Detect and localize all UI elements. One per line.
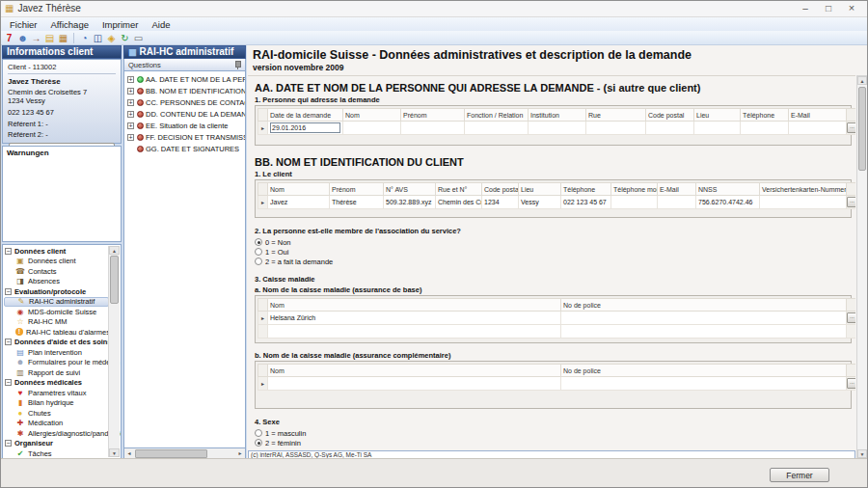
radio-option-2-a-fait-la-demande[interactable]: 2 = a fait la demande (255, 257, 855, 266)
column-header-date-de-la-demande[interactable]: Date de la demande (268, 109, 343, 122)
column-header-no-de-police[interactable]: No de police (561, 299, 847, 312)
nav-group-evaluation-protocole[interactable]: Evaluation/protocole (4, 286, 109, 297)
cell[interactable] (586, 122, 646, 135)
questions-filter-bar[interactable]: Questions (123, 59, 246, 71)
column-header-lieu[interactable]: Lieu (694, 109, 741, 122)
cell[interactable] (561, 312, 847, 325)
detail-button[interactable] (847, 197, 855, 207)
menu-imprimer[interactable]: Imprimer (95, 19, 145, 30)
scroll-down-icon[interactable] (109, 448, 120, 457)
cell[interactable]: 756.6270.4742.46 (696, 196, 760, 209)
expand-icon[interactable] (127, 111, 134, 118)
column-header-pr-nom[interactable]: Prénom (401, 109, 465, 122)
user-icon[interactable]: ☻ (16, 32, 29, 44)
sidebar-item-absences[interactable]: ◨Absences (4, 277, 109, 287)
sidebar-item-t-ches[interactable]: ✔Tâches (4, 448, 109, 459)
fermer-button[interactable]: Fermer (770, 468, 829, 482)
column-header-no-de-police[interactable]: No de police (561, 365, 847, 377)
question-tree-item-dd[interactable]: DD. CONTENU DE LA DEMANDE (124, 108, 245, 120)
column-header-versichertenkarten-nummer[interactable]: Versichertenkarten-Nummer (760, 183, 847, 196)
minimize-icon[interactable] (794, 1, 817, 16)
cell[interactable]: Thérèse (330, 196, 384, 209)
menu-aide[interactable]: Aide (145, 19, 176, 30)
expand-icon[interactable] (127, 122, 134, 129)
radio-selected-icon[interactable] (255, 439, 262, 447)
form-scroll-down-icon[interactable] (857, 449, 867, 458)
radio-selected-icon[interactable] (255, 238, 262, 246)
detail-button[interactable] (847, 312, 855, 323)
column-header-nom[interactable]: Nom (268, 365, 561, 377)
sidebar-item-rai-hc-tableau-d-alarmes[interactable]: !RAI-HC tableau d'alarmes (4, 327, 109, 338)
column-header-nom[interactable]: Nom (343, 109, 401, 122)
cell[interactable] (760, 196, 847, 209)
column-header-fonction-relation[interactable]: Fonction / Relation (465, 109, 529, 122)
table-row[interactable]: Helsana Zürich (258, 312, 856, 325)
cell[interactable] (268, 325, 561, 339)
column-header-t-l-phone[interactable]: Téléphone (741, 109, 789, 122)
question-tree-item-bb[interactable]: BB. NOM ET IDENTIFICATION DU CLIENT (124, 85, 245, 96)
column-header-code-postal[interactable]: Code postal (646, 109, 694, 122)
scroll-up-icon[interactable] (109, 246, 120, 255)
collapse-icon[interactable] (5, 248, 12, 255)
preview-icon[interactable]: ▭ (132, 32, 145, 44)
cell[interactable]: 29.01.2016 (268, 122, 343, 135)
sidebar-item-param-tres-vitaux[interactable]: ♥Paramètres vitaux (4, 388, 109, 398)
cell[interactable] (611, 196, 658, 209)
logout-icon[interactable]: → (30, 32, 42, 44)
cell[interactable]: Helsana Zürich (268, 312, 561, 325)
cell[interactable] (561, 325, 847, 339)
nav-group-donn-es-m-dicales[interactable]: Données médicales (4, 378, 109, 389)
sidebar-item-plan-intervention[interactable]: ▤Plan intervention (4, 347, 109, 358)
cell[interactable] (658, 196, 696, 209)
column-header-e-mail[interactable]: E-Mail (789, 109, 847, 122)
save-icon[interactable]: ◫ (92, 32, 104, 44)
expand-icon[interactable] (127, 76, 134, 83)
cell[interactable]: Javez (268, 196, 330, 209)
radio-unselected-icon[interactable] (255, 258, 262, 265)
radio-option-2-f-minin[interactable]: 2 = féminin (255, 438, 855, 447)
cell[interactable]: Vessy (519, 196, 561, 209)
sidebar-item-rapport-de-suivi[interactable]: ▥Rapport de suivi (4, 367, 109, 378)
sidebar-item-chutes[interactable]: ●Chutes (4, 408, 109, 419)
sidebar-item-allergies-diagnostic-pand-mie[interactable]: ✱Allergies/diagnostic/pandémie (4, 428, 109, 439)
cell[interactable] (741, 122, 789, 135)
sidebar-item-mds-domicile-suisse[interactable]: ◉MDS-domicile Suisse (4, 307, 109, 317)
question-tree-item-ff[interactable]: FF. DECISION ET TRANSMISSION (124, 131, 245, 143)
radio-unselected-icon[interactable] (255, 429, 262, 437)
column-header-pr-nom[interactable]: Prénom (330, 183, 384, 196)
cell[interactable] (343, 122, 401, 135)
column-header-rue[interactable]: Rue (586, 109, 646, 122)
column-header-nnss[interactable]: NNSS (696, 183, 760, 196)
window-user-icon[interactable]: ▦ (57, 32, 69, 44)
table-row[interactable] (258, 325, 856, 339)
radio-unselected-icon[interactable] (255, 248, 262, 256)
nav-group-organiseur[interactable]: Organiseur (4, 439, 109, 449)
cell[interactable]: 022 123 45 67 (561, 196, 611, 209)
column-header-t-l-phone-mobile[interactable]: Téléphone mobile (611, 183, 658, 196)
menu-fichier[interactable]: Fichier (3, 19, 44, 30)
cell[interactable] (465, 122, 529, 135)
refresh-icon[interactable]: ↻ (119, 32, 131, 44)
expand-icon[interactable] (127, 134, 134, 141)
column-header-t-l-phone[interactable]: Téléphone (561, 183, 611, 196)
scroll-left-icon[interactable] (124, 450, 134, 456)
cell[interactable] (529, 122, 586, 135)
question-tree-item-ee[interactable]: EE. Situation de la cliente (124, 120, 245, 131)
table-row[interactable]: 29.01.2016 (258, 122, 856, 135)
cell-editor[interactable]: 29.01.2016 (270, 122, 340, 133)
collapse-icon[interactable] (5, 288, 12, 295)
radio-option-1-masculin[interactable]: 1 = masculin (255, 428, 855, 438)
column-header-e-mail[interactable]: E-Mail (658, 183, 696, 196)
column-header-n-avs[interactable]: N° AVS (384, 183, 436, 196)
expand-icon[interactable] (127, 88, 134, 95)
expand-icon[interactable] (127, 99, 134, 106)
maximize-icon[interactable] (817, 1, 840, 16)
scroll-thumb[interactable] (110, 256, 119, 304)
sidebar-item-formulaires-pour-le-m-decin[interactable]: ☻Formulaires pour le médecin (4, 358, 109, 368)
sidebar-item-rai-hc-administratif[interactable]: ✎RAI-HC administratif (4, 297, 109, 308)
column-header-institution[interactable]: Institution (529, 109, 586, 122)
scroll-right-icon[interactable] (235, 450, 245, 456)
form-scroll-thumb[interactable] (858, 87, 866, 171)
cell[interactable] (646, 122, 694, 135)
sidebar-item-bilan-hydrique[interactable]: ▮Bilan hydrique (4, 398, 109, 409)
